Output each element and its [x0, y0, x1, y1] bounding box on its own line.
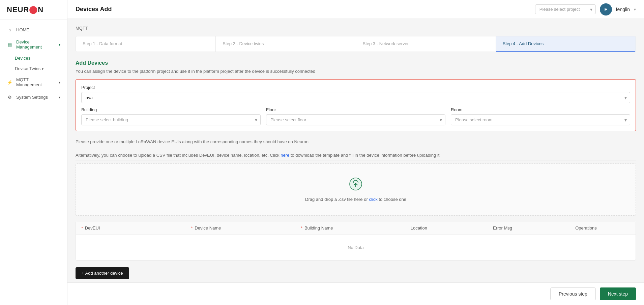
project-form-box: Project ava Building Please select build… [76, 79, 636, 131]
sidebar-item-device-management[interactable]: ▤ Device Management ▾ [0, 36, 67, 53]
floor-select[interactable]: Please select floor [266, 114, 445, 125]
chevron-down-icon-sys: ▾ [59, 95, 60, 99]
upload-click-link[interactable]: click [369, 197, 377, 202]
user-chevron-icon[interactable]: ▾ [634, 7, 636, 12]
info-text-2: Alternatively, you can choose to upload … [76, 150, 636, 161]
building-label: Building [81, 107, 261, 112]
page-title: Devices Add [76, 6, 112, 13]
info-text-1: Please provide one or multiple LoRaWAN d… [76, 136, 636, 147]
sidebar-item-dt-label: Device Twins [15, 66, 40, 71]
upload-text-prefix: Drag and drop a .csv file here or [305, 197, 369, 202]
floor-label: Floor [266, 107, 445, 112]
col-error: Error Msg [493, 225, 575, 231]
upload-icon [83, 177, 629, 193]
room-select[interactable]: Please select room [451, 114, 630, 125]
project-label: Project [81, 85, 630, 90]
topbar-right: Please select project F fenglin ▾ [535, 3, 636, 16]
content-area: MQTT Step 1 - Data format Step 2 - Devic… [67, 19, 644, 282]
col-deveui-label: DevEUI [85, 225, 100, 231]
user-name: fenglin [616, 7, 630, 12]
step-4[interactable]: Step 4 - Add Devices [496, 36, 636, 52]
required-devname: * [191, 225, 193, 231]
col-deveui: * DevEUI [81, 225, 191, 231]
sidebar-item-system-label: System Settings [16, 95, 48, 100]
logo-text: NEUR⬤N [7, 5, 60, 14]
wifi-icon: ⚡ [7, 79, 13, 85]
step-2-label: Step 2 - Device twins [223, 41, 264, 46]
col-ops: Operations [575, 225, 630, 231]
table-empty: No Data [76, 235, 636, 260]
next-step-button[interactable]: Next step [600, 287, 636, 300]
floor-group: Floor Please select floor [266, 107, 445, 125]
col-error-label: Error Msg [493, 225, 512, 231]
chevron-right-icon: ▾ [42, 67, 43, 71]
col-devname-label: Device Name [195, 225, 221, 231]
main-container: Devices Add Please select project F feng… [67, 0, 644, 305]
device-table: * DevEUI * Device Name * Building Name L… [76, 221, 636, 261]
sidebar-nav: ⌂ HOME ▤ Device Management ▾ Devices Dev… [0, 20, 67, 107]
room-group: Room Please select room [451, 107, 630, 125]
upload-area[interactable]: Drag and drop a .csv file here or click … [76, 163, 636, 216]
table-header: * DevEUI * Device Name * Building Name L… [76, 221, 636, 235]
chevron-down-icon: ▾ [59, 43, 60, 47]
location-row: Building Please select building Floor Pl… [81, 107, 630, 125]
project-select-wrapper[interactable]: Please select project [535, 4, 596, 14]
section-desc: You can assign the device to the platfor… [76, 69, 636, 74]
sidebar-item-system[interactable]: ⚙ System Settings ▾ [0, 91, 67, 103]
project-value-select[interactable]: ava [81, 92, 630, 103]
col-location: Location [411, 225, 493, 231]
bottom-bar: Previous step Next step [67, 282, 644, 305]
steps-bar: Step 1 - Data format Step 2 - Device twi… [76, 36, 636, 52]
sidebar-item-mqtt[interactable]: ⚡ MQTT Management ▾ [0, 74, 67, 91]
col-devname: * Device Name [191, 225, 301, 231]
settings-icon: ⚙ [7, 94, 13, 100]
topbar: Devices Add Please select project F feng… [67, 0, 644, 19]
upload-text: Drag and drop a .csv file here or click … [83, 197, 629, 202]
sidebar-item-home-label: HOME [16, 27, 29, 32]
logo-dot: ⬤ [29, 5, 38, 14]
sidebar: NEUR⬤N ⌂ HOME ▤ Device Management ▾ Devi… [0, 0, 67, 305]
project-dropdown[interactable]: Please select project [535, 4, 596, 14]
info-text-2-prefix: Alternatively, you can choose to upload … [76, 153, 281, 158]
building-select-wrapper[interactable]: Please select building [81, 114, 261, 125]
project-select-container[interactable]: ava [81, 92, 630, 103]
col-building: * Building Name [301, 225, 411, 231]
room-label: Room [451, 107, 630, 112]
chevron-down-icon-mqtt: ▾ [59, 81, 60, 84]
sidebar-item-devices[interactable]: Devices [0, 53, 67, 63]
info-text-2-suffix: to download the template and fill in the… [289, 153, 439, 158]
sidebar-item-device-twins[interactable]: Device Twins ▾ [0, 63, 67, 74]
required-deveui: * [81, 225, 83, 231]
csv-template-link[interactable]: here [281, 153, 289, 158]
step-1-label: Step 1 - Data format [83, 41, 122, 46]
step-3-label: Step 3 - Network server [363, 41, 409, 46]
avatar: F [600, 3, 612, 16]
step-2[interactable]: Step 2 - Device twins [216, 36, 356, 52]
room-select-wrapper[interactable]: Please select room [451, 114, 630, 125]
sidebar-item-devices-label: Devices [15, 56, 30, 61]
home-icon: ⌂ [7, 27, 13, 33]
step-4-label: Step 4 - Add Devices [503, 41, 544, 46]
section-title: Add Devices [76, 60, 636, 66]
col-building-label: Building Name [304, 225, 333, 231]
protocol-label: MQTT [76, 26, 636, 31]
required-building: * [301, 225, 302, 231]
sidebar-item-dm-label: Device Management [16, 39, 55, 50]
empty-text: No Data [348, 245, 364, 250]
building-group: Building Please select building [81, 107, 261, 125]
upload-text-suffix: to choose one [378, 197, 406, 202]
step-1[interactable]: Step 1 - Data format [76, 36, 216, 52]
server-icon: ▤ [7, 41, 13, 48]
sidebar-item-mqtt-label: MQTT Management [16, 77, 55, 87]
col-location-label: Location [411, 225, 427, 231]
previous-step-button[interactable]: Previous step [550, 287, 596, 300]
logo: NEUR⬤N [0, 0, 67, 20]
avatar-initials: F [604, 7, 607, 12]
sidebar-item-home[interactable]: ⌂ HOME [0, 23, 67, 36]
floor-select-wrapper[interactable]: Please select floor [266, 114, 445, 125]
add-another-device-button[interactable]: + Add another device [76, 267, 129, 279]
col-ops-label: Operations [575, 225, 597, 231]
step-3[interactable]: Step 3 - Network server [356, 36, 496, 52]
building-select[interactable]: Please select building [81, 114, 261, 125]
